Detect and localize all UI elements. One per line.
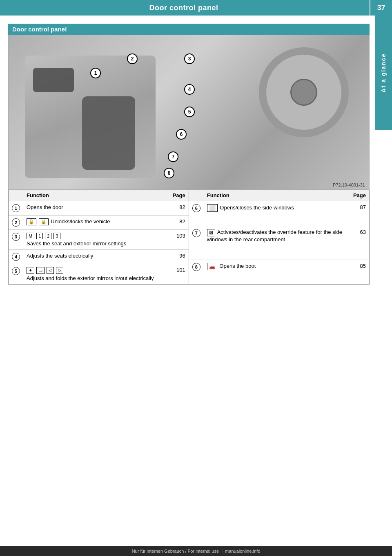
row-function: M 1 2 3 Saves the seat and exterior mirr… [23,230,168,250]
tables-container: Function Page 1 Opens the door 82 2 [8,190,370,285]
row-function: Opens the door [23,201,168,216]
row-num: 4 [9,250,23,264]
memory-1-icon: 1 [36,233,43,239]
table-row: 4 Adjusts the seats electrically 96 [9,250,189,264]
row-num: 2 [9,216,23,230]
bottom-bar-text: Nur für internen Gebrauch / For internal… [132,549,219,554]
callout-8: 8 [164,168,174,178]
row-num: 7 [189,226,204,260]
table-right: Function Page 6 ⬜ Opens/closes the side … [189,190,369,284]
col-function-left: Function [23,190,168,201]
table-row: 1 Opens the door 82 [9,201,189,216]
row-page: 103 [168,230,189,250]
table-row: 7 ⊠ Activates/deactivates the override f… [189,226,369,260]
memory-icons: M 1 2 3 [27,233,165,239]
row-page: 82 [168,216,189,230]
table-row: 8 🚗 Opens the boot 85 [189,260,369,284]
table-left: Function Page 1 Opens the door 82 2 [9,190,189,284]
callout-1: 1 [90,68,101,78]
callout-7: 7 [168,151,178,162]
row-page: 82 [168,201,189,216]
row-page: 96 [168,250,189,264]
table-row: 2 🔓 🔒 Unlocks/locks the vehicle 82 [9,216,189,230]
unlock-icon: 🔓 [27,218,36,225]
mirror-icons: ✦ ▭ ◁ ▷ [27,267,165,274]
callout-6: 6 [176,129,187,140]
col-num-right [189,190,204,201]
row-num: 6 [189,201,204,226]
boot-icon: 🚗 [207,263,217,270]
table-row: 3 M 1 2 3 Saves the seat and exterior mi… [9,230,189,250]
bottom-watermark-bar: Nur für internen Gebrauch / For internal… [0,546,392,556]
row-page: 87 [349,201,369,226]
mirror-fold-left-icon: ◁ [47,267,54,274]
mirror-fold-right-icon: ▷ [56,267,63,274]
memory-3-icon: 3 [53,233,60,239]
section-header: Door control panel [8,24,370,35]
photo-area: 1 2 3 4 5 6 7 8 P72.10-4031-31 [8,35,370,190]
callout-4: 4 [184,84,195,95]
row-num: 3 [9,230,23,250]
row-function: ⬜ Opens/closes the side windows [204,201,349,226]
callout-3: 3 [184,53,195,64]
control-cluster2-graphic [33,68,74,92]
row-function: Adjusts the seats electrically [23,250,168,264]
control-cluster-graphic [82,96,135,170]
lock-icon: 🔒 [39,218,49,225]
row-page: 101 [168,264,189,285]
row-num: 1 [9,201,23,216]
row-num: 8 [189,260,204,284]
callout-5: 5 [184,107,195,117]
mirror-flat-icon: ▭ [36,267,45,274]
mirror-adjust-icon: ✦ [27,267,34,274]
window-icon: ⬜ [207,204,218,212]
table-row: 5 ✦ ▭ ◁ ▷ Adjusts and folds the exterior… [9,264,189,285]
memory-m-icon: M [27,233,34,239]
steering-wheel-graphic [259,47,349,137]
side-tab: At a glance [375,16,392,130]
page-number: 37 [370,0,392,16]
side-tab-label: At a glance [380,53,387,93]
row-function: ⊠ Activates/deactivates the override fea… [204,226,349,260]
table-row: 6 ⬜ Opens/closes the side windows 87 [189,201,369,226]
row-page: 63 [349,226,369,260]
row-function: 🔓 🔒 Unlocks/locks the vehicle [23,216,168,230]
row-page: 85 [349,260,369,284]
row-num: 5 [9,264,23,285]
callout-2: 2 [127,53,138,64]
col-num-left [9,190,23,201]
top-header-bar: Door control panel 37 [0,0,392,16]
col-page-right: Page [349,190,369,201]
row-function: ✦ ▭ ◁ ▷ Adjusts and folds the exterior m… [23,264,168,285]
row-function: 🚗 Opens the boot [204,260,349,284]
photo-reference: P72.10-4031-31 [333,182,365,187]
col-page-left: Page [168,190,189,201]
override-icon: ⊠ [207,229,215,236]
page-title: Door control panel [0,4,368,12]
memory-2-icon: 2 [45,233,51,239]
main-content: Door control panel 1 2 3 4 5 6 7 8 P72.1… [0,16,392,293]
car-interior-photo: 1 2 3 4 5 6 7 8 P72.10-4031-31 [9,35,369,189]
col-function-right: Function [204,190,349,201]
